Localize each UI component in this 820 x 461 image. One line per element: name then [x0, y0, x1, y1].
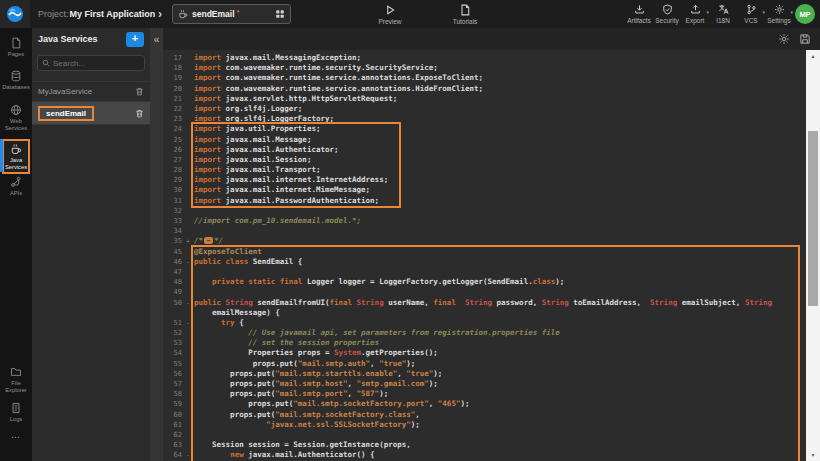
code-text: // Use javamail api, set parameters from… — [191, 328, 560, 338]
line-number: 46 — [163, 257, 185, 267]
panel-collapse-rail[interactable]: « — [150, 28, 163, 461]
sidebar-label: File Explorer — [2, 380, 30, 393]
line-number: 30 — [163, 185, 185, 195]
sidebar-item-logs[interactable]: Logs — [1, 402, 31, 423]
line-number: 62 — [163, 430, 185, 440]
line-number: 52 — [163, 328, 185, 338]
project-breadcrumb: Project: My First Application — [38, 0, 155, 28]
line-number: 59 — [163, 399, 185, 409]
artifacts-button[interactable]: Artifacts — [626, 4, 652, 24]
code-area[interactable]: 17import javax.mail.MessagingException;1… — [163, 53, 806, 461]
code-line: 33//import com.pm_10.sendemail.model.*; — [163, 216, 806, 226]
line-number: 55 — [163, 359, 185, 369]
line-number: 57 — [163, 379, 185, 389]
code-line: 50-public String sendEmailfromUI(final S… — [163, 298, 806, 308]
sidebar-label: Logs — [10, 416, 23, 423]
tutorials-button[interactable]: Tutorials — [443, 4, 487, 25]
collapse-panel-icon[interactable]: « — [150, 34, 163, 45]
settings-button[interactable]: ▾ Settings — [766, 4, 792, 24]
scrollbar-thumb[interactable] — [808, 131, 818, 306]
app-logo[interactable] — [0, 0, 30, 28]
code-text: props.put("mail.smtp.socketFactory.class… — [191, 410, 420, 420]
list-end-divider — [32, 124, 150, 144]
sidebar-label: Pages — [8, 51, 24, 58]
code-line: 45@ExposeToClient — [163, 247, 806, 257]
service-name: MyJavaService — [38, 87, 92, 96]
scroll-up-icon[interactable]: ▲ — [806, 53, 820, 59]
grid-icon[interactable] — [275, 9, 285, 19]
sidebar-label: Java Services — [4, 157, 28, 170]
code-text: Properties props = System.getProperties(… — [191, 348, 438, 358]
security-shield-icon — [662, 4, 673, 15]
code-text: import javax.mail.MessagingException; — [191, 53, 361, 63]
tutorials-icon — [459, 4, 471, 16]
scroll-down-icon[interactable]: ▼ — [806, 452, 820, 458]
code-text: props.put("mail.smtp.port", "587"); — [191, 389, 388, 399]
top-actions: Artifacts Security ▾ Export I18N ▾ VCS — [626, 4, 792, 24]
code-line: 27import javax.mail.Session; — [163, 155, 806, 165]
line-number: 29 — [163, 175, 185, 185]
code-text — [191, 206, 194, 216]
code-line: 34 — [163, 226, 806, 236]
code-text: import javax.mail.Message; — [191, 135, 311, 145]
sidebar-item-web-services[interactable]: Web Services — [1, 104, 31, 131]
chevron-down-icon: ▾ — [762, 9, 765, 15]
export-button[interactable]: ▾ Export — [682, 4, 708, 24]
delete-icon[interactable] — [135, 87, 144, 96]
java-services-panel: Java Services + Search... MyJavaService … — [32, 28, 150, 461]
sidebar-item-databases[interactable]: Databases — [1, 70, 31, 91]
line-number — [163, 308, 185, 318]
code-line: 23import org.slf4j.LoggerFactory; — [163, 114, 806, 124]
code-text: import com.wavemaker.runtime.security.Se… — [191, 63, 438, 73]
line-number: 20 — [163, 84, 185, 94]
sidebar-item-file-explorer[interactable]: File Explorer — [1, 366, 31, 393]
code-text: // set the session properties — [191, 338, 379, 348]
sidebar-item-java-services[interactable]: Java Services — [2, 139, 30, 174]
preview-button[interactable]: Preview — [368, 4, 412, 25]
sidebar-item-more[interactable]: ⋯ — [1, 432, 31, 442]
delete-icon[interactable] — [135, 109, 144, 118]
line-number: 47 — [163, 267, 185, 277]
code-line: 18import com.wavemaker.runtime.security.… — [163, 63, 806, 73]
code-text: import javax.mail.Authenticator; — [191, 145, 339, 155]
sidebar-item-pages[interactable]: Pages — [1, 37, 31, 58]
security-button[interactable]: Security — [654, 4, 680, 24]
preview-label: Preview — [378, 18, 401, 25]
add-java-service-button[interactable]: + — [126, 32, 144, 47]
sidebar-item-apis[interactable]: APIs — [1, 176, 31, 197]
i18n-button[interactable]: I18N — [710, 4, 736, 24]
code-line: 58 props.put("mail.smtp.port", "587"); — [163, 389, 806, 399]
code-text: Session session = Session.getInstance(pr… — [191, 440, 411, 450]
more-icon: ⋯ — [11, 432, 21, 442]
pages-icon — [10, 37, 22, 49]
i18n-translate-icon — [718, 4, 729, 15]
line-number: 23 — [163, 114, 185, 124]
vertical-scrollbar[interactable]: ▲ ▼ — [806, 50, 820, 461]
code-text: public class SendEmail { — [191, 257, 302, 267]
list-item-sendemail[interactable]: sendEmail — [32, 101, 150, 124]
project-name: My First Application — [70, 9, 156, 19]
vcs-button[interactable]: ▾ VCS — [738, 4, 764, 24]
editor-toolbar — [163, 28, 820, 50]
code-line: 46-public class SendEmail { — [163, 257, 806, 267]
code-line: 24import java.util.Properties; — [163, 124, 806, 134]
code-text: props.put("mail.smtp.host", "smtp.gmail.… — [191, 379, 438, 389]
search-input[interactable]: Search... — [37, 55, 145, 71]
line-number: 21 — [163, 94, 185, 104]
list-item-myjavaservice[interactable]: MyJavaService — [32, 81, 150, 101]
code-line: 21import javax.servlet.http.HttpServletR… — [163, 94, 806, 104]
web-services-icon — [10, 104, 22, 116]
user-avatar[interactable]: MP — [795, 4, 815, 24]
code-text: import javax.servlet.http.HttpServletReq… — [191, 94, 397, 104]
export-icon — [690, 4, 701, 15]
line-number: 25 — [163, 135, 185, 145]
editor-settings-gear-icon[interactable] — [778, 33, 790, 45]
code-line: 55 props.put("mail.smtp.auth", "true"); — [163, 359, 806, 369]
chevron-right-icon[interactable]: › — [158, 7, 162, 21]
code-line: 22import org.slf4j.Logger; — [163, 104, 806, 114]
tab-sendemail[interactable]: sendEmail * — [172, 4, 291, 24]
unsaved-indicator: * — [237, 8, 240, 17]
save-icon[interactable] — [799, 33, 811, 45]
sidebar-label: APIs — [10, 190, 22, 197]
chevron-down-icon: ▾ — [790, 9, 793, 15]
